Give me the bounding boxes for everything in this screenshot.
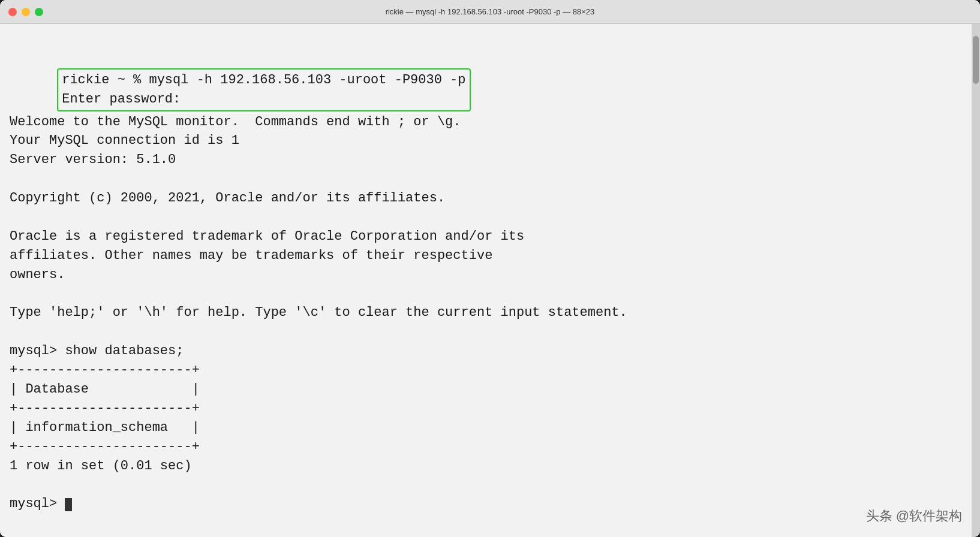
- scrollbar-thumb[interactable]: [973, 36, 979, 84]
- oracle-line-1: Oracle is a registered trademark of Orac…: [10, 229, 524, 244]
- watermark: 头条 @软件架构: [866, 507, 962, 525]
- copyright-line: Copyright (c) 2000, 2021, Oracle and/or …: [10, 191, 445, 206]
- terminal-content: rickie ~ % mysql -h 192.168.56.103 -uroo…: [10, 30, 970, 533]
- terminal-body[interactable]: rickie ~ % mysql -h 192.168.56.103 -uroo…: [0, 24, 980, 537]
- highlighted-command: rickie ~ % mysql -h 192.168.56.103 -uroo…: [57, 68, 470, 111]
- cmd-line: rickie ~ % mysql -h 192.168.56.103 -uroo…: [62, 73, 465, 107]
- window-controls: [8, 8, 43, 16]
- type-help-line: Type 'help;' or '\h' for help. Type '\c'…: [10, 305, 627, 320]
- maximize-button[interactable]: [35, 8, 43, 16]
- table-bot-border: +----------------------+: [10, 439, 200, 454]
- show-databases-line: mysql> show databases;: [10, 343, 184, 358]
- window-title: rickie — mysql -h 192.168.56.103 -uroot …: [386, 7, 595, 16]
- table-mid-border: +----------------------+: [10, 401, 200, 416]
- scrollbar[interactable]: [972, 24, 980, 537]
- table-data-row: | information_schema |: [10, 420, 200, 435]
- titlebar: rickie — mysql -h 192.168.56.103 -uroot …: [0, 0, 980, 24]
- server-version-line: Server version: 5.1.0: [10, 152, 176, 167]
- row-count-line: 1 row in set (0.01 sec): [10, 458, 192, 473]
- table-top-border: +----------------------+: [10, 363, 200, 378]
- welcome-line: Welcome to the MySQL monitor. Commands e…: [10, 114, 461, 129]
- connection-id-line: Your MySQL connection id is 1: [10, 133, 239, 148]
- oracle-line-3: owners.: [10, 267, 65, 282]
- prompt-line: mysql>: [10, 496, 72, 511]
- table-header-row: | Database |: [10, 382, 200, 397]
- minimize-button[interactable]: [22, 8, 30, 16]
- close-button[interactable]: [8, 8, 17, 16]
- terminal-window: rickie — mysql -h 192.168.56.103 -uroot …: [0, 0, 980, 537]
- oracle-line-2: affiliates. Other names may be trademark…: [10, 248, 492, 263]
- cursor: [65, 498, 72, 511]
